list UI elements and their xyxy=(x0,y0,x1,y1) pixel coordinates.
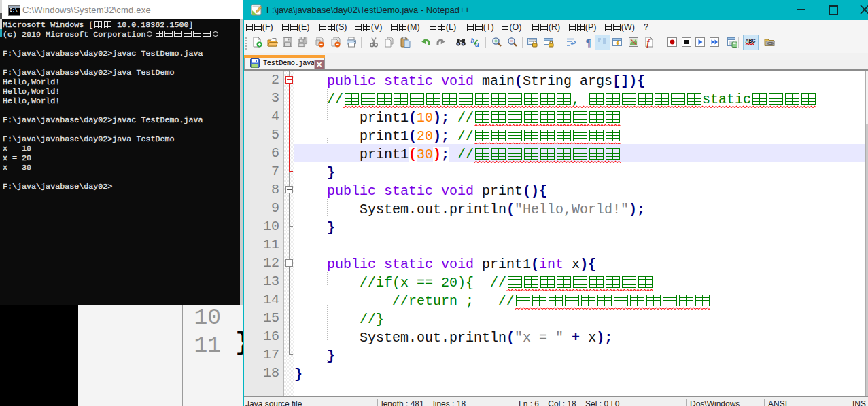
svg-text:¶: ¶ xyxy=(586,37,591,48)
svg-text:ABC: ABC xyxy=(746,37,756,44)
svg-text:b: b xyxy=(471,37,475,44)
